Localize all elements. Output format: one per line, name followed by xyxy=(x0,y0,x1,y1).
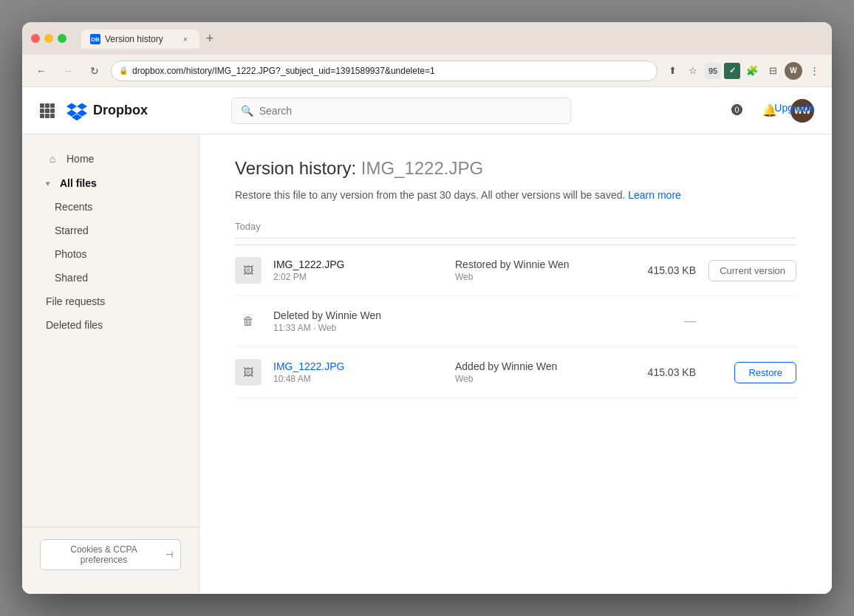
version-source: Web xyxy=(455,272,625,282)
extensions-button[interactable]: 🧩 xyxy=(743,62,761,80)
version-filename: IMG_1222.JPG xyxy=(273,259,443,270)
cookies-label: Cookies & CCPA preferences xyxy=(48,544,160,565)
maximize-window-button[interactable] xyxy=(58,34,66,43)
section-today-label: Today xyxy=(235,221,796,239)
search-bar[interactable]: 🔍 xyxy=(231,97,571,124)
refresh-button[interactable]: ↻ xyxy=(84,61,105,81)
version-thumbnail: 🖼 xyxy=(235,359,262,386)
sidebar-item-home[interactable]: ⌂ Home xyxy=(28,146,193,171)
page-filename: IMG_1222.JPG xyxy=(361,158,483,178)
address-bar[interactable]: 🔒 dropbox.com/history/IMG_1222.JPG?_subj… xyxy=(111,61,657,81)
sidebar-item-shared[interactable]: Shared xyxy=(28,266,193,290)
sidebar-item-label: File requests xyxy=(46,295,105,307)
sidebar-item-label: Photos xyxy=(55,248,87,260)
grid-dot xyxy=(45,109,49,113)
forward-button[interactable]: → xyxy=(58,61,78,81)
sidebar: ⌂ Home ▾ All files Recents Starred Photo xyxy=(22,134,199,594)
version-added-by: Added by Winnie Wen xyxy=(455,360,625,372)
version-row-current: 🖼 IMG_1222.JPG 2:02 PM Restored by Winni… xyxy=(235,245,796,296)
grid-dot xyxy=(50,103,55,108)
dropbox-logo-icon xyxy=(66,100,87,121)
trash-icon: 🗑 xyxy=(235,308,262,335)
version-row-original: 🖼 IMG_1222.JPG 10:48 AM Added by Winnie … xyxy=(235,347,796,398)
browser-profile[interactable]: W xyxy=(785,62,802,80)
extension-95[interactable]: 95 xyxy=(705,63,721,79)
tab-favicon: DB xyxy=(90,34,100,44)
deleted-info: Deleted by Winnie Wen 11:33 AM · Web xyxy=(273,309,625,333)
version-info: IMG_1222.JPG 2:02 PM xyxy=(273,259,443,282)
app-header: Dropbox 🔍 ⓿ 🔔 WW Upgrade xyxy=(22,87,832,134)
close-window-button[interactable] xyxy=(31,34,40,43)
collapse-sidebar-icon: ⊣ xyxy=(165,550,173,560)
version-time: 2:02 PM xyxy=(273,272,443,282)
deleted-name: Deleted by Winnie Wen xyxy=(273,309,625,321)
learn-more-link[interactable]: Learn more xyxy=(628,189,681,201)
sidebar-navigation: ⌂ Home ▾ All files Recents Starred Photo xyxy=(22,146,199,527)
url-text: dropbox.com/history/IMG_1222.JPG?_subjec… xyxy=(132,66,649,76)
app-area: Dropbox 🔍 ⓿ 🔔 WW Upgrade xyxy=(22,87,832,594)
lock-icon: 🔒 xyxy=(119,66,128,75)
chevron-down-icon: ▾ xyxy=(46,179,49,188)
new-tab-button[interactable]: + xyxy=(199,28,220,49)
grid-dot xyxy=(50,114,55,118)
home-icon: ⌂ xyxy=(46,152,59,165)
sidebar-item-photos[interactable]: Photos xyxy=(28,242,193,266)
browser-window: DB Version history × + ← → ↻ 🔒 dropbox.c… xyxy=(22,22,832,594)
page-title: Version history: IMG_1222.JPG xyxy=(235,158,796,179)
browser-menu-button[interactable]: ⋮ xyxy=(805,62,823,80)
page-title-text: Version history: xyxy=(235,158,356,178)
back-button[interactable]: ← xyxy=(31,61,52,81)
split-view-button[interactable]: ⊟ xyxy=(764,62,782,80)
apps-grid-button[interactable] xyxy=(40,103,55,118)
version-by: Added by Winnie Wen Web xyxy=(455,360,625,384)
sidebar-item-deleted-files[interactable]: Deleted files xyxy=(28,313,193,337)
sidebar-item-label: All files xyxy=(60,177,97,189)
tab-title: Version history xyxy=(105,34,163,44)
version-info: IMG_1222.JPG 10:48 AM xyxy=(273,360,443,384)
version-size: 415.03 KB xyxy=(637,366,696,378)
version-dash: — xyxy=(637,315,696,328)
help-icon: ⓿ xyxy=(731,104,743,117)
version-by: Restored by Winnie Wen Web xyxy=(455,259,625,282)
version-source: Web xyxy=(455,374,625,384)
version-restored-by: Restored by Winnie Wen xyxy=(455,259,625,270)
title-bar: DB Version history × + xyxy=(22,22,832,55)
current-version-button: Current version xyxy=(708,260,796,281)
version-action: Current version xyxy=(708,260,796,281)
version-size: 415.03 KB xyxy=(637,264,696,276)
version-action: Restore xyxy=(708,362,796,383)
grid-dot xyxy=(40,109,44,113)
tab-close-button[interactable]: × xyxy=(180,34,191,44)
upgrade-link[interactable]: Upgrade xyxy=(774,102,814,114)
version-row-deleted: 🗑 Deleted by Winnie Wen 11:33 AM · Web — xyxy=(235,296,796,347)
sidebar-item-label: Deleted files xyxy=(46,319,103,331)
extension-check[interactable]: ✓ xyxy=(724,63,740,79)
main-content: Version history: IMG_1222.JPG Restore th… xyxy=(199,134,832,594)
logo[interactable]: Dropbox xyxy=(66,100,148,121)
traffic-lights xyxy=(31,34,66,43)
grid-dot xyxy=(40,114,44,118)
sidebar-item-label: Home xyxy=(66,153,94,165)
sidebar-item-label: Starred xyxy=(55,225,89,236)
sidebar-item-label: Recents xyxy=(55,201,92,213)
share-page-button[interactable]: ⬆ xyxy=(663,62,681,80)
page-subtitle: Restore this file to any version from th… xyxy=(235,188,796,203)
restore-button[interactable]: Restore xyxy=(734,362,796,383)
version-list: 🖼 IMG_1222.JPG 2:02 PM Restored by Winni… xyxy=(235,244,796,398)
version-filename-link[interactable]: IMG_1222.JPG xyxy=(273,360,443,372)
grid-dot xyxy=(45,114,49,118)
sidebar-item-all-files[interactable]: ▾ All files xyxy=(28,171,193,195)
sidebar-item-file-requests[interactable]: File requests xyxy=(28,290,193,313)
search-input[interactable] xyxy=(259,105,561,117)
nav-actions: ⬆ ☆ 95 ✓ 🧩 ⊟ W ⋮ xyxy=(663,62,823,80)
main-layout: ⌂ Home ▾ All files Recents Starred Photo xyxy=(22,134,832,594)
bookmark-button[interactable]: ☆ xyxy=(684,62,702,80)
minimize-window-button[interactable] xyxy=(44,34,53,43)
cookies-preferences-button[interactable]: Cookies & CCPA preferences ⊣ xyxy=(40,539,181,570)
version-thumbnail: 🖼 xyxy=(235,257,262,284)
sidebar-item-recents[interactable]: Recents xyxy=(28,195,193,219)
help-button[interactable]: ⓿ xyxy=(725,99,749,123)
sidebar-item-starred[interactable]: Starred xyxy=(28,219,193,242)
sidebar-item-label: Shared xyxy=(55,272,88,284)
active-tab[interactable]: DB Version history × xyxy=(81,30,199,49)
